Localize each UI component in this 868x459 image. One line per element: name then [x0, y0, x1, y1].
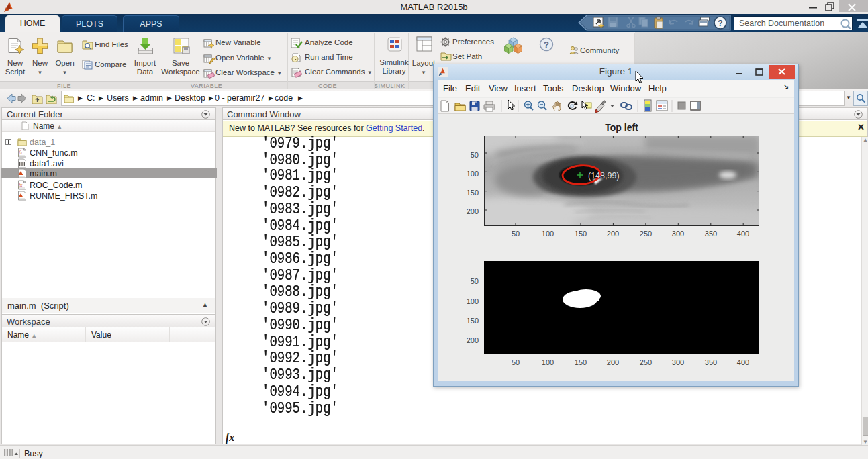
svg-text:(148,99): (148,99): [588, 171, 620, 181]
svg-text:fx: fx: [19, 150, 23, 156]
svg-text:?: ?: [544, 40, 549, 50]
svg-text:?: ?: [718, 19, 722, 28]
svg-text:fx: fx: [19, 182, 23, 188]
